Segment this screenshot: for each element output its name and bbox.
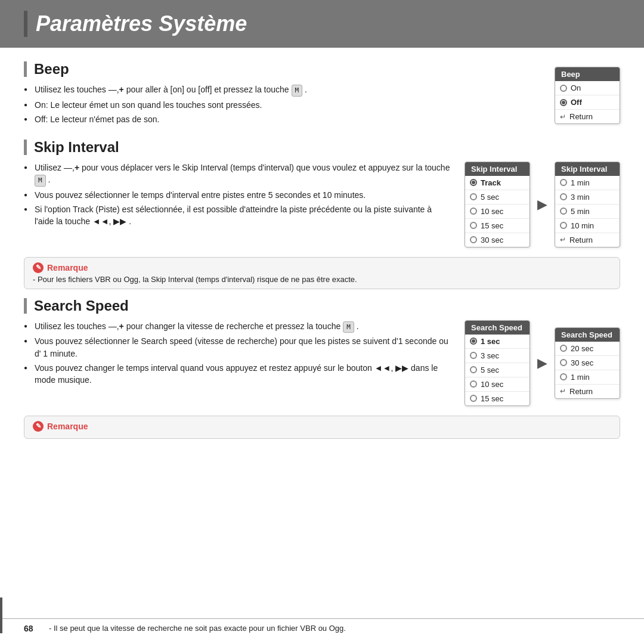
search-20sec-radio xyxy=(560,345,567,352)
skip-bullets: Utilisez —,+ pour vous déplacer vers le … xyxy=(24,162,453,228)
skip-return-item[interactable]: ↵ Return xyxy=(555,233,620,247)
skip-10sec-item[interactable]: 10 sec xyxy=(465,205,530,219)
search-1min-item[interactable]: 1 min xyxy=(555,370,620,385)
search-title-bar xyxy=(24,298,27,314)
search-5sec-item[interactable]: 5 sec xyxy=(465,363,530,377)
search-note: ✎ Remarque xyxy=(24,416,620,439)
search-1min-radio xyxy=(560,373,567,380)
skip-10min-label: 10 min xyxy=(571,221,594,230)
skip-30sec-label: 30 sec xyxy=(481,236,503,244)
beep-menu-title: Beep xyxy=(555,67,620,81)
main-content: Beep Utilisez les touches —,+ pour aller… xyxy=(0,48,644,453)
skip-track-radio xyxy=(470,179,477,186)
search-30sec-label: 30 sec xyxy=(571,358,593,367)
search-20sec-label: 20 sec xyxy=(571,344,593,353)
skip-note-title-label: Remarque xyxy=(47,263,88,273)
skip-10min-item[interactable]: 10 min xyxy=(555,219,620,233)
search-arrow: ▶ xyxy=(534,355,551,371)
beep-return-item[interactable]: ↵ Return xyxy=(555,110,620,123)
beep-on-item[interactable]: On xyxy=(555,81,620,95)
header-bar xyxy=(24,11,27,37)
skip-bullet-3: Si l'option Track (Piste) est sélectionn… xyxy=(24,203,453,228)
skip-5sec-item[interactable]: 5 sec xyxy=(465,190,530,205)
skip-5min-item[interactable]: 5 min xyxy=(555,205,620,219)
search-bullet-2: Vous pouvez sélectionner le Search speed… xyxy=(24,335,453,360)
m-key-2: M xyxy=(35,175,46,187)
beep-section: Beep Utilisez les touches —,+ pour aller… xyxy=(24,61,620,128)
beep-bullet-2: On: Le lecteur émet un son quand les tou… xyxy=(24,99,543,111)
skip-title-label: Skip Interval xyxy=(34,139,119,156)
skip-menu-right: Skip Interval 1 min 3 min 5 min xyxy=(555,162,620,247)
footer-note: - Il se peut que la vitesse de recherche… xyxy=(49,624,346,633)
search-15sec-label: 15 sec xyxy=(481,394,503,403)
search-5sec-radio xyxy=(470,366,477,373)
search-content: Utilisez les touches —,+ pour changer la… xyxy=(24,320,620,406)
skip-content: Utilisez —,+ pour vous déplacer vers le … xyxy=(24,162,620,247)
search-bullet-1: Utilisez les touches —,+ pour changer la… xyxy=(24,320,453,333)
skip-menu-left: Skip Interval Track 5 sec 10 sec xyxy=(465,162,530,247)
search-menu-right-title: Search Speed xyxy=(555,328,620,342)
beep-off-radio xyxy=(560,99,567,106)
skip-note-icon: ✎ xyxy=(33,262,44,273)
beep-text: Beep Utilisez les touches —,+ pour aller… xyxy=(24,61,543,128)
skip-1min-label: 1 min xyxy=(571,178,590,187)
skip-arrow: ▶ xyxy=(534,197,551,212)
skip-10min-radio xyxy=(560,222,567,229)
skip-return-label: Return xyxy=(569,236,593,244)
skip-note: ✎ Remarque - Pour les fichiers VBR ou Og… xyxy=(24,257,620,289)
skip-interval-section: Skip Interval Utilisez —,+ pour vous dép… xyxy=(24,139,620,289)
skip-30sec-item[interactable]: 30 sec xyxy=(465,233,530,247)
beep-off-label: Off xyxy=(571,98,582,107)
skip-5sec-label: 5 sec xyxy=(481,193,499,202)
skip-title-bar xyxy=(24,140,27,155)
search-20sec-item[interactable]: 20 sec xyxy=(555,342,620,356)
skip-text: Utilisez —,+ pour vous déplacer vers le … xyxy=(24,162,453,247)
search-1min-label: 1 min xyxy=(571,373,590,382)
skip-1min-item[interactable]: 1 min xyxy=(555,176,620,190)
search-return-icon: ↵ xyxy=(560,387,566,395)
skip-menus: Skip Interval Track 5 sec 10 sec xyxy=(465,162,620,247)
search-menu-left: Search Speed 1 sec 3 sec 5 sec xyxy=(465,320,530,406)
skip-note-text: - Pour les fichiers VBR ou Ogg, la Skip … xyxy=(33,275,611,284)
skip-10sec-radio xyxy=(470,208,477,215)
search-bullet-3: Vous pouvez changer le temps interval qu… xyxy=(24,362,453,386)
search-speed-section: Search Speed Utilisez les touches —,+ po… xyxy=(24,298,620,439)
skip-15sec-item[interactable]: 15 sec xyxy=(465,219,530,233)
skip-track-item[interactable]: Track xyxy=(465,176,530,190)
search-title: Search Speed xyxy=(24,298,620,314)
skip-bullet-1: Utilisez —,+ pour vous déplacer vers le … xyxy=(24,162,453,187)
search-10sec-label: 10 sec xyxy=(481,380,503,389)
skip-track-label: Track xyxy=(481,178,501,187)
page-number: 68 xyxy=(24,624,39,633)
beep-menu: Beep On Off ↵ Return xyxy=(555,67,620,124)
search-text: Utilisez les touches —,+ pour changer la… xyxy=(24,320,453,406)
skip-title: Skip Interval xyxy=(24,139,620,156)
search-menu-right: Search Speed 20 sec 30 sec 1 min ↵ xyxy=(555,327,620,399)
skip-3min-label: 3 min xyxy=(571,193,590,202)
beep-off-item[interactable]: Off xyxy=(555,95,620,110)
footer-left-border xyxy=(0,597,2,633)
beep-on-label: On xyxy=(571,83,581,92)
search-3sec-label: 3 sec xyxy=(481,351,499,360)
search-menu-left-title: Search Speed xyxy=(465,321,530,335)
beep-title-label: Beep xyxy=(34,61,69,78)
skip-3min-item[interactable]: 3 min xyxy=(555,190,620,205)
search-title-label: Search Speed xyxy=(34,298,129,314)
beep-on-radio xyxy=(560,85,567,92)
search-3sec-item[interactable]: 3 sec xyxy=(465,349,530,363)
skip-note-title: ✎ Remarque xyxy=(33,262,611,273)
search-return-item[interactable]: ↵ Return xyxy=(555,385,620,398)
search-bullets: Utilisez les touches —,+ pour changer la… xyxy=(24,320,453,386)
search-10sec-radio xyxy=(470,380,477,388)
search-15sec-item[interactable]: 15 sec xyxy=(465,392,530,405)
search-10sec-item[interactable]: 10 sec xyxy=(465,377,530,392)
search-1sec-item[interactable]: 1 sec xyxy=(465,335,530,349)
beep-title: Beep xyxy=(24,61,543,78)
search-15sec-radio xyxy=(470,395,477,402)
search-30sec-item[interactable]: 30 sec xyxy=(555,356,620,370)
beep-bullets: Utilisez les touches —,+ pour aller à [o… xyxy=(24,83,543,126)
search-3sec-radio xyxy=(470,352,477,359)
search-1sec-radio xyxy=(470,338,477,345)
m-key-1: M xyxy=(292,85,303,97)
skip-return-icon: ↵ xyxy=(560,236,566,244)
